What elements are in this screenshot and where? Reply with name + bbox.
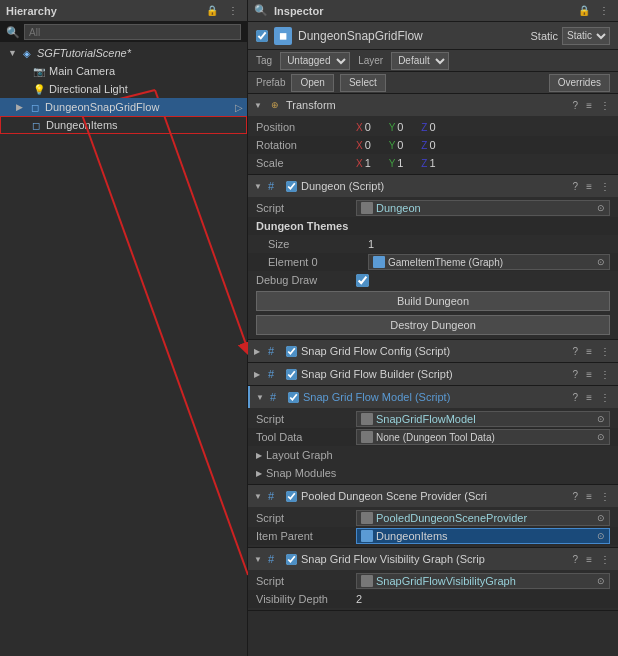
static-label: Static: [530, 30, 558, 42]
dungeon-arrow: ▶: [16, 102, 28, 112]
item-parent-ref-btn[interactable]: ⊙: [597, 531, 605, 541]
pooled-dungeon-checkbox[interactable]: [286, 491, 297, 502]
tree-item-light[interactable]: 💡 Directional Light: [0, 80, 247, 98]
element0-ref-btn[interactable]: ⊙: [597, 257, 605, 267]
dungeon-script-settings-btn[interactable]: ≡: [584, 181, 594, 192]
tool-data-ref-btn[interactable]: ⊙: [597, 432, 605, 442]
dungeon-script-header[interactable]: ▼ # Dungeon (Script) ? ≡ ⋮: [248, 175, 618, 197]
snap-builder-settings-btn[interactable]: ≡: [584, 369, 594, 380]
pooled-dungeon-help-btn[interactable]: ?: [571, 491, 581, 502]
snap-config-more-btn[interactable]: ⋮: [598, 346, 612, 357]
item-parent-row: Item Parent DungeonItems ⊙: [248, 527, 618, 545]
rotation-row: Rotation X 0 Y 0 Z 0: [248, 136, 618, 154]
snap-visibility-help-btn[interactable]: ?: [571, 554, 581, 565]
snap-model-checkbox[interactable]: [288, 392, 299, 403]
inspector-panel: 🔍 Inspector 🔒 ⋮ ◼ DungeonSnapGridFlow St…: [248, 0, 618, 656]
pooled-dungeon-component: ▼ # Pooled Dungeon Scene Provider (Scri …: [248, 485, 618, 548]
snap-model-title: Snap Grid Flow Model (Script): [303, 391, 567, 403]
tool-data-label: Tool Data: [256, 431, 356, 443]
snap-config-settings-btn[interactable]: ≡: [584, 346, 594, 357]
rotation-x-label: X: [356, 140, 363, 151]
pooled-dungeon-header[interactable]: ▼ # Pooled Dungeon Scene Provider (Scri …: [248, 485, 618, 507]
transform-header[interactable]: ▼ ⊕ Transform ? ≡ ⋮: [248, 94, 618, 116]
snap-visibility-title: Snap Grid Flow Visibility Graph (Scrip: [301, 553, 567, 565]
inspector-lock-btn[interactable]: 🔒: [575, 4, 593, 17]
pooled-dungeon-settings-btn[interactable]: ≡: [584, 491, 594, 502]
pooled-dungeon-more-btn[interactable]: ⋮: [598, 491, 612, 502]
vis-script-ref-btn[interactable]: ⊙: [597, 576, 605, 586]
dungeon-script-more-btn[interactable]: ⋮: [598, 181, 612, 192]
transform-more-btn[interactable]: ⋮: [598, 100, 612, 111]
dungeon-script-title: Dungeon (Script): [301, 180, 567, 192]
prefab-select-btn[interactable]: Select: [340, 74, 386, 92]
snap-model-more-btn[interactable]: ⋮: [598, 392, 612, 403]
tree-item-camera[interactable]: 📷 Main Camera: [0, 62, 247, 80]
pooled-script-icon: [361, 512, 373, 524]
tool-data-name: None (Dungeon Tool Data): [376, 432, 495, 443]
go-active-checkbox[interactable]: [256, 30, 268, 42]
tree-item-dungeon-items[interactable]: ◻ DungeonItems: [0, 116, 247, 134]
dungeon-script-ref-btn[interactable]: ⊙: [597, 203, 605, 213]
item-parent-field: DungeonItems ⊙: [356, 528, 610, 544]
transform-icon: ⊕: [268, 98, 282, 112]
tag-select[interactable]: Untagged: [280, 52, 350, 70]
layer-select[interactable]: Default: [391, 52, 449, 70]
snap-visibility-header[interactable]: ▼ # Snap Grid Flow Visibility Graph (Scr…: [248, 548, 618, 570]
scale-y-label: Y: [389, 158, 396, 169]
hierarchy-more-btn[interactable]: ⋮: [225, 4, 241, 17]
snap-visibility-checkbox[interactable]: [286, 554, 297, 565]
layout-graph-row[interactable]: ▶ Layout Graph: [248, 446, 618, 464]
pooled-script-value: PooledDungeonSceneProvider ⊙: [356, 510, 610, 526]
hierarchy-search-input[interactable]: [24, 24, 241, 40]
pooled-dungeon-arrow-icon: ▼: [254, 492, 264, 501]
tree-item-scene[interactable]: ▼ ◈ SGFTutorialScene*: [0, 44, 247, 62]
snap-builder-more-btn[interactable]: ⋮: [598, 369, 612, 380]
dungeon-themes-row: Dungeon Themes: [248, 217, 618, 235]
hierarchy-lock-btn[interactable]: 🔒: [203, 4, 221, 17]
rotation-y-val: 0: [397, 139, 417, 151]
snap-visibility-settings-btn[interactable]: ≡: [584, 554, 594, 565]
snap-config-header[interactable]: ▶ # Snap Grid Flow Config (Script) ? ≡ ⋮: [248, 340, 618, 362]
snap-config-hash-icon: #: [268, 345, 282, 357]
pooled-script-ref-btn[interactable]: ⊙: [597, 513, 605, 523]
snap-builder-help-btn[interactable]: ?: [571, 369, 581, 380]
inspector-more-btn[interactable]: ⋮: [596, 4, 612, 17]
snap-builder-header[interactable]: ▶ # Snap Grid Flow Builder (Script) ? ≡ …: [248, 363, 618, 385]
tree-item-dungeon[interactable]: ▶ ◻ DungeonSnapGridFlow ▷: [0, 98, 247, 116]
snap-builder-title: Snap Grid Flow Builder (Script): [301, 368, 567, 380]
pooled-dungeon-buttons: ? ≡ ⋮: [571, 491, 612, 502]
snap-config-arrow-icon: ▶: [254, 347, 264, 356]
snap-builder-checkbox[interactable]: [286, 369, 297, 380]
debug-draw-checkbox[interactable]: [356, 274, 369, 287]
prefab-open-btn[interactable]: Open: [291, 74, 333, 92]
element0-row: Element 0 GameItemTheme (Graph) ⊙: [248, 253, 618, 271]
snap-visibility-more-btn[interactable]: ⋮: [598, 554, 612, 565]
transform-help-btn[interactable]: ?: [571, 100, 581, 111]
snap-model-header[interactable]: ▼ # Snap Grid Flow Model (Script) ? ≡ ⋮: [248, 386, 618, 408]
dungeon-expand-btn[interactable]: ▷: [235, 102, 243, 113]
snap-model-script-row: Script SnapGridFlowModel ⊙: [248, 410, 618, 428]
layer-label: Layer: [358, 55, 383, 66]
transform-title: Transform: [286, 99, 567, 111]
snap-config-checkbox[interactable]: [286, 346, 297, 357]
dungeon-script-help-btn[interactable]: ?: [571, 181, 581, 192]
snap-model-settings-btn[interactable]: ≡: [584, 392, 594, 403]
prefab-overrides-btn[interactable]: Overrides: [549, 74, 610, 92]
tag-label: Tag: [256, 55, 272, 66]
snap-model-script-ref-btn[interactable]: ⊙: [597, 414, 605, 424]
go-header: ◼ DungeonSnapGridFlow Static Static: [248, 22, 618, 50]
snap-config-help-btn[interactable]: ?: [571, 346, 581, 357]
vis-depth-value: 2: [356, 593, 610, 605]
y-label: Y: [389, 122, 396, 133]
build-dungeon-btn[interactable]: Build Dungeon: [256, 291, 610, 311]
destroy-dungeon-btn[interactable]: Destroy Dungeon: [256, 315, 610, 335]
position-row: Position X 0 Y 0 Z 0: [248, 118, 618, 136]
dungeon-script-checkbox[interactable]: [286, 181, 297, 192]
go-static: Static Static: [530, 27, 610, 45]
transform-settings-btn[interactable]: ≡: [584, 100, 594, 111]
static-dropdown[interactable]: Static: [562, 27, 610, 45]
snap-model-buttons: ? ≡ ⋮: [571, 392, 612, 403]
snap-model-help-btn[interactable]: ?: [571, 392, 581, 403]
hierarchy-controls: 🔒 ⋮: [203, 4, 241, 17]
snap-modules-row[interactable]: ▶ Snap Modules: [248, 464, 618, 482]
